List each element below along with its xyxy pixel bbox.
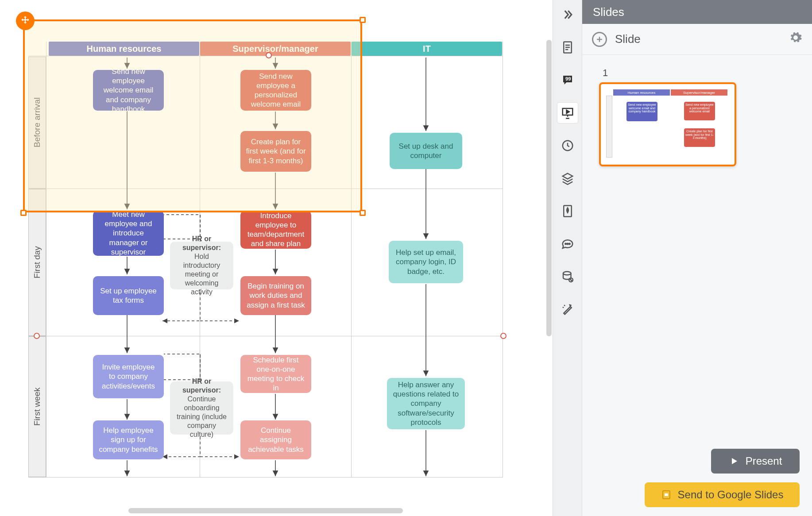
canvas-scrollbar-h[interactable]	[128, 508, 403, 513]
presentation-icon[interactable]	[557, 103, 578, 123]
selection-handle-sw[interactable]	[20, 210, 27, 216]
svg-point-24	[569, 243, 570, 245]
right-tool-strip: 99	[553, 0, 582, 516]
svg-text:99: 99	[565, 76, 571, 81]
theme-icon[interactable]	[557, 201, 578, 221]
col-hr[interactable]: Human resources	[49, 42, 199, 56]
col-it[interactable]: IT	[352, 42, 502, 56]
node-mid-day[interactable]: HR or supervisor: Hold introductory meet…	[170, 242, 233, 289]
data-icon[interactable]	[557, 266, 578, 287]
page-settings-icon[interactable]	[557, 37, 578, 58]
lane-first-week[interactable]: First week	[28, 336, 46, 477]
canvas[interactable]: Before arrival First day First week Huma…	[0, 0, 553, 516]
thumb-node-hr: Send new employee welcome email and comp…	[626, 102, 657, 121]
canvas-scrollbar-v[interactable]	[546, 40, 552, 336]
svg-point-23	[567, 243, 568, 245]
add-slide-label: Slide	[615, 32, 641, 46]
lane-first-day[interactable]: First day	[28, 189, 46, 336]
node-sup-before-2[interactable]: Create plan for first week (and for firs…	[240, 131, 311, 172]
chat-icon[interactable]	[557, 234, 578, 254]
node-it-week[interactable]: Help answer any questions related to com…	[387, 378, 465, 429]
move-handle[interactable]	[16, 12, 35, 30]
thumb-col-sup: Supervisor/manager	[671, 89, 727, 96]
node-it-day[interactable]: Help set up email, company login, ID bad…	[389, 241, 463, 283]
history-icon[interactable]	[557, 135, 578, 156]
row-anchor-left[interactable]	[34, 333, 40, 339]
slide-thumbnail[interactable]: Human resources Supervisor/manager Send …	[599, 82, 736, 166]
node-mid-week[interactable]: HR or supervisor: Continue onboarding tr…	[170, 381, 233, 435]
collapse-panel-icon[interactable]	[557, 4, 578, 25]
selection-handle-se[interactable]	[360, 210, 366, 216]
row-anchor-right[interactable]	[500, 333, 507, 339]
thumb-col-hr: Human resources	[613, 89, 670, 96]
slides-panel: Slides Slide 1 Human resources Superviso…	[582, 0, 812, 516]
thumb-node-sup1: Send new employee a personalized welcome…	[684, 102, 715, 120]
add-slide-button[interactable]	[592, 32, 607, 47]
node-it-before[interactable]: Set up desk and computer	[390, 133, 462, 169]
magic-icon[interactable]	[557, 299, 578, 320]
slide-settings-icon[interactable]	[789, 31, 802, 47]
node-sup-day-2[interactable]: Begin training on work duties and assign…	[240, 276, 311, 315]
node-sup-week-1[interactable]: Schedule first one-on-one meeting to che…	[240, 355, 311, 393]
node-sup-day-1[interactable]: Introduce employee to team/department an…	[240, 211, 311, 249]
node-hr-week-2[interactable]: Help employee sign up for company benefi…	[93, 420, 164, 459]
comments-icon[interactable]: 99	[557, 70, 578, 90]
col-sup[interactable]: Supervisor/manager	[200, 42, 351, 56]
node-sup-before-1[interactable]: Send new employee a personalized welcome…	[240, 70, 311, 111]
node-hr-day-2[interactable]: Set up employee tax forms	[93, 276, 164, 315]
node-hr-before[interactable]: Send new employee welcome email and comp…	[93, 70, 164, 111]
slide-number: 1	[603, 67, 795, 79]
svg-point-25	[563, 272, 571, 275]
svg-point-22	[565, 243, 566, 245]
node-sup-week-2[interactable]: Continue assigning achievable tasks	[240, 420, 311, 459]
thumb-node-sup2: Create plan for first week (and for firs…	[684, 128, 715, 147]
layers-icon[interactable]	[557, 168, 578, 189]
node-hr-week-1[interactable]: Invite employee to company activities/ev…	[93, 355, 164, 398]
node-hr-day-1[interactable]: Meet new employee and introduce manager …	[93, 211, 164, 256]
selection-mid-top[interactable]	[266, 52, 272, 58]
send-to-google-slides-button[interactable]: Send to Google Slides	[645, 482, 800, 507]
panel-title: Slides	[582, 0, 812, 24]
present-button[interactable]: Present	[711, 449, 800, 474]
svg-rect-29	[665, 493, 668, 496]
lane-before[interactable]: Before arrival	[28, 57, 46, 189]
selection-handle-ne[interactable]	[360, 17, 366, 23]
